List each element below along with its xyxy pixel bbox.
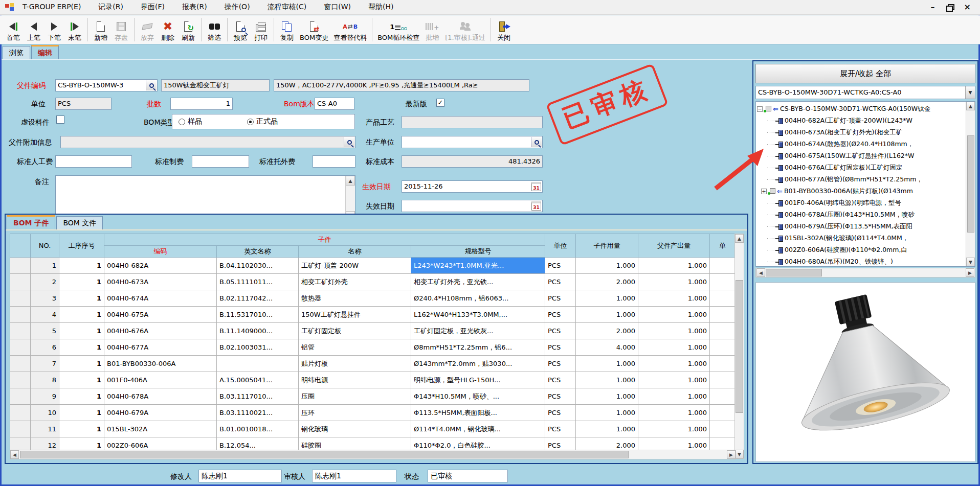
horizontal-scroll-thumb[interactable] — [766, 269, 822, 276]
table-row[interactable]: 91004H0-678AB.03.1117010...压圈Φ143*H10.5M… — [10, 388, 736, 405]
vertical-scroll-thumb[interactable] — [736, 280, 743, 413]
tab-browse[interactable]: 浏览 — [3, 46, 30, 59]
menu-window[interactable]: 窗口(W) — [324, 3, 351, 12]
menu-report[interactable]: 报表(R) — [182, 3, 207, 12]
table-row[interactable]: 41004H0-675AB.11.5317010...150W工矿灯悬挂件L16… — [10, 307, 736, 323]
production-unit-lookup-button[interactable] — [531, 137, 542, 147]
selected-cell[interactable]: L243*W243*T1.0MM.亚光... — [411, 258, 545, 274]
close-window-button[interactable]: × — [964, 3, 971, 11]
tree-item[interactable]: 002Z0-606A(硅胶圈)(Φ110*Φ2.0mm,白 — [757, 244, 975, 256]
production-unit-field[interactable] — [402, 136, 543, 148]
menu-help[interactable]: 帮助(H) — [368, 3, 393, 12]
std-make-field[interactable] — [192, 155, 249, 168]
col-header-seq[interactable]: 工序序号 — [59, 234, 104, 258]
menu-interface[interactable]: 界面(F) — [141, 3, 165, 12]
scroll-down-icon[interactable]: ▼ — [966, 258, 975, 266]
radio-official[interactable] — [247, 119, 254, 125]
scroll-up-icon[interactable]: ▲ — [966, 102, 975, 110]
chevron-down-icon[interactable]: ▼ — [965, 86, 975, 99]
calendar-icon[interactable]: 31 — [531, 201, 541, 211]
table-row[interactable]: 61004H0-677AB.02.1003031...铝管Ø8mm*H51*T2… — [10, 339, 736, 356]
tree-item[interactable]: 004H0-680A(吊环)(M20、铁镀锌、) — [757, 256, 975, 267]
tree-collapse-icon[interactable]: − — [757, 106, 763, 112]
scroll-down-icon[interactable]: ▼ — [735, 450, 744, 458]
bom-loop-check-button[interactable]: 1 BOM循环检查 — [375, 16, 422, 43]
next-record-button[interactable]: 下笔 — [44, 16, 64, 43]
table-row[interactable]: 31004H0-674AB.02.1117042...散热器Ø240.4*H10… — [10, 290, 736, 307]
vertical-scroll-thumb[interactable] — [967, 135, 974, 233]
table-row[interactable]: 81001F0-406AA.15.0005041...明纬电源明纬电源，型号HL… — [10, 372, 736, 388]
close-button[interactable]: 关闭 — [494, 16, 514, 43]
tab-bom-files[interactable]: BOM 文件 — [56, 216, 103, 229]
bom-version-field[interactable]: CS-A0 — [315, 98, 354, 110]
refresh-button[interactable]: ↻ 刷新 — [178, 16, 198, 43]
new-button[interactable]: 新增 — [91, 16, 111, 43]
table-row[interactable]: 51004H0-676AB.11.1409000...工矿灯固定板工矿灯固定板，… — [10, 323, 736, 339]
tree-item[interactable]: 004H0-678A(压圈)(Φ143*H10.5MM，喷砂 — [757, 209, 975, 221]
table-row[interactable]: 111015BL-302AB.01.0010018...钢化玻璃Ø114*T4.… — [10, 421, 736, 437]
std-labor-field[interactable] — [55, 155, 132, 168]
filter-button[interactable]: 筛选 — [204, 16, 225, 43]
tree-item[interactable]: 015BL-302A(钢化玻璃)(Ø114*T4.0MM， — [757, 233, 975, 244]
menu-record[interactable]: 记录(R) — [98, 3, 123, 12]
expand-collapse-all-button[interactable]: 展开/收起 全部 — [755, 64, 975, 83]
tree-item[interactable]: 004H0-675A(150W工矿灯悬挂件)(L162*W — [757, 150, 975, 162]
minimize-button[interactable]: – — [931, 3, 935, 11]
tree-item[interactable]: 001F0-406A(明纬电源)(明纬电源，型号 — [757, 197, 975, 209]
tab-edit[interactable]: 编辑 — [31, 45, 59, 59]
view-substitute-button[interactable]: A⇄B 查看替代料 — [331, 16, 369, 43]
tree-vertical-scrollbar[interactable]: ▲ ▼ — [966, 102, 975, 266]
tree-item[interactable]: 004H0-679A(压环)(Φ113.5*H5MM,表面阳 — [757, 221, 975, 233]
scroll-left-icon[interactable]: ◀ — [756, 268, 765, 277]
table-row[interactable]: 21004H0-673AB.05.1111011...相变工矿灯外壳相变工矿灯外… — [10, 274, 736, 290]
col-header-spec[interactable]: 规格型号 — [411, 246, 545, 258]
scroll-right-icon[interactable]: ▶ — [727, 450, 736, 459]
prev-record-button[interactable]: 上笔 — [24, 16, 44, 43]
copy-button[interactable]: 复制 — [277, 16, 297, 43]
table-vertical-scrollbar[interactable]: ▲ ▼ — [734, 234, 744, 459]
parent-code-lookup-button[interactable] — [146, 80, 157, 90]
col-header-code[interactable]: 编码 — [104, 246, 217, 258]
restore-button[interactable] — [946, 4, 953, 10]
scroll-right-icon[interactable]: ▶ — [966, 268, 974, 277]
table-row[interactable]: 71B01-BYB00330-006A贴片灯板Ø143mm*T2.0mm，贴30… — [10, 356, 736, 372]
col-header-qty[interactable]: 子件用量 — [576, 234, 638, 258]
scroll-up-icon[interactable]: ▲ — [735, 234, 744, 243]
batch-field[interactable]: 1 — [170, 98, 233, 110]
col-header-unit[interactable]: 单位 — [545, 234, 576, 258]
tree-item-branch[interactable]: + ⇐ B01-BYB00330-006A(贴片灯板)(Ø143mm — [757, 186, 975, 197]
radio-sample[interactable] — [179, 119, 185, 125]
table-row[interactable]: 101004H0-679AB.03.1110021...压环Φ113.5*H5M… — [10, 405, 736, 421]
menu-operation[interactable]: 操作(O) — [225, 3, 250, 12]
tab-bom-children[interactable]: BOM 子件 — [7, 215, 55, 229]
delete-button[interactable]: ✖ 删除 — [158, 16, 178, 43]
parent-code-field[interactable]: CS-BYB-O-150MW-3 — [55, 79, 158, 91]
col-header-clipped[interactable]: 单 — [710, 234, 736, 258]
horizontal-scroll-thumb[interactable] — [20, 451, 629, 458]
std-outsource-field[interactable] — [313, 155, 355, 168]
tree-horizontal-scrollbar[interactable]: ◀ ▶ — [755, 268, 975, 277]
menu-flow-audit[interactable]: 流程审核(C) — [268, 3, 307, 12]
expire-date-field[interactable]: 31 — [402, 200, 543, 212]
preview-button[interactable]: 预览 — [230, 16, 251, 43]
menu-tgroup-erp[interactable]: T-GROUP ERP(E) — [23, 3, 81, 12]
latest-version-checkbox[interactable]: ✓ — [436, 99, 444, 107]
col-header-output[interactable]: 父件产出量 — [638, 234, 710, 258]
calendar-icon[interactable]: 31 — [531, 182, 541, 191]
effective-date-field[interactable]: 2015-11-26 31 — [402, 180, 543, 193]
scroll-left-icon[interactable]: ◀ — [10, 450, 19, 459]
tree-item[interactable]: 004H0-673A(相变工矿灯外壳)(相变工矿 — [757, 127, 975, 138]
col-header-en-name[interactable]: 英文名称 — [217, 246, 299, 258]
tree-item[interactable]: 004H0-676A(工矿灯固定板)(工矿灯固定 — [757, 162, 975, 174]
table-horizontal-scrollbar[interactable]: ◀ ▶ — [10, 450, 736, 459]
col-header-no[interactable]: NO. — [31, 234, 59, 258]
parent-extra-lookup-button[interactable] — [344, 137, 354, 147]
tree-item[interactable]: 004H0-677A(铝管)(Ø8mm*H51*T2.25mm， — [757, 174, 975, 186]
last-record-button[interactable]: 末笔 — [64, 16, 85, 43]
first-record-button[interactable]: 首笔 — [3, 16, 24, 43]
table-row[interactable]: 11004H0-682AB.04.1102030...工矿灯-顶盖-200WL2… — [10, 258, 736, 274]
scroll-up-icon[interactable]: ▲ — [346, 176, 355, 186]
bom-version-dropdown[interactable]: CS-BYB-O-150MW-30D71-WCTKG-A0:CS-A0 ▼ — [755, 86, 975, 99]
print-button[interactable]: 打印 — [251, 16, 271, 43]
bom-change-button[interactable]: ⇄ BOM变更 — [297, 16, 331, 43]
